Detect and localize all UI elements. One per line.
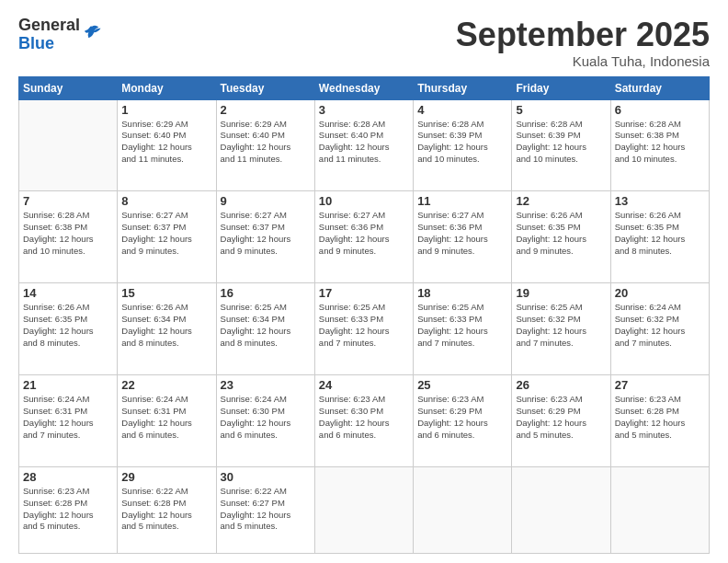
calendar-cell: 23Sunrise: 6:24 AM Sunset: 6:30 PM Dayli… bbox=[216, 375, 314, 467]
calendar-cell: 14Sunrise: 6:26 AM Sunset: 6:35 PM Dayli… bbox=[19, 283, 118, 375]
calendar-cell bbox=[512, 467, 610, 554]
calendar-cell: 18Sunrise: 6:25 AM Sunset: 6:33 PM Dayli… bbox=[414, 283, 512, 375]
day-number: 3 bbox=[319, 103, 409, 117]
day-number: 13 bbox=[615, 194, 705, 208]
day-info: Sunrise: 6:25 AM Sunset: 6:33 PM Dayligh… bbox=[319, 302, 409, 349]
day-number: 11 bbox=[417, 194, 507, 208]
calendar-cell: 29Sunrise: 6:22 AM Sunset: 6:28 PM Dayli… bbox=[118, 467, 216, 554]
calendar-cell: 17Sunrise: 6:25 AM Sunset: 6:33 PM Dayli… bbox=[314, 283, 413, 375]
day-number: 28 bbox=[23, 470, 113, 484]
day-number: 30 bbox=[221, 470, 311, 484]
day-number: 14 bbox=[23, 286, 113, 300]
calendar-cell: 28Sunrise: 6:23 AM Sunset: 6:28 PM Dayli… bbox=[19, 467, 118, 554]
day-info: Sunrise: 6:25 AM Sunset: 6:33 PM Dayligh… bbox=[417, 302, 507, 349]
day-number: 27 bbox=[615, 378, 705, 392]
calendar-cell: 22Sunrise: 6:24 AM Sunset: 6:31 PM Dayli… bbox=[118, 375, 216, 467]
calendar-cell: 24Sunrise: 6:23 AM Sunset: 6:30 PM Dayli… bbox=[314, 375, 413, 467]
day-info: Sunrise: 6:23 AM Sunset: 6:28 PM Dayligh… bbox=[615, 394, 705, 441]
day-info: Sunrise: 6:23 AM Sunset: 6:28 PM Dayligh… bbox=[23, 486, 113, 533]
calendar-table: SundayMondayTuesdayWednesdayThursdayFrid… bbox=[18, 76, 710, 554]
calendar-header-row: SundayMondayTuesdayWednesdayThursdayFrid… bbox=[19, 76, 710, 99]
day-number: 4 bbox=[417, 103, 507, 117]
day-info: Sunrise: 6:26 AM Sunset: 6:35 PM Dayligh… bbox=[615, 210, 705, 257]
logo-blue: Blue bbox=[18, 35, 80, 53]
day-info: Sunrise: 6:28 AM Sunset: 6:39 PM Dayligh… bbox=[417, 119, 507, 166]
calendar-cell: 15Sunrise: 6:26 AM Sunset: 6:34 PM Dayli… bbox=[118, 283, 216, 375]
day-number: 8 bbox=[121, 194, 211, 208]
day-number: 23 bbox=[221, 378, 311, 392]
day-number: 17 bbox=[319, 286, 409, 300]
calendar-cell bbox=[414, 467, 512, 554]
calendar-week-row: 7Sunrise: 6:28 AM Sunset: 6:38 PM Daylig… bbox=[19, 191, 710, 283]
day-number: 7 bbox=[23, 194, 113, 208]
day-info: Sunrise: 6:22 AM Sunset: 6:27 PM Dayligh… bbox=[221, 486, 311, 533]
logo-bird-icon bbox=[82, 23, 102, 43]
day-info: Sunrise: 6:25 AM Sunset: 6:32 PM Dayligh… bbox=[516, 302, 606, 349]
day-info: Sunrise: 6:28 AM Sunset: 6:40 PM Dayligh… bbox=[319, 119, 409, 166]
day-info: Sunrise: 6:24 AM Sunset: 6:31 PM Dayligh… bbox=[23, 394, 113, 441]
location: Kuala Tuha, Indonesia bbox=[456, 53, 710, 69]
day-info: Sunrise: 6:26 AM Sunset: 6:34 PM Dayligh… bbox=[121, 302, 211, 349]
day-info: Sunrise: 6:22 AM Sunset: 6:28 PM Dayligh… bbox=[121, 486, 211, 533]
calendar-cell: 4Sunrise: 6:28 AM Sunset: 6:39 PM Daylig… bbox=[414, 99, 512, 191]
calendar-cell: 30Sunrise: 6:22 AM Sunset: 6:27 PM Dayli… bbox=[216, 467, 314, 554]
day-info: Sunrise: 6:28 AM Sunset: 6:38 PM Dayligh… bbox=[615, 119, 705, 166]
calendar-cell: 12Sunrise: 6:26 AM Sunset: 6:35 PM Dayli… bbox=[512, 191, 610, 283]
day-info: Sunrise: 6:23 AM Sunset: 6:30 PM Dayligh… bbox=[319, 394, 409, 441]
calendar-header-wednesday: Wednesday bbox=[314, 76, 413, 99]
calendar-cell: 2Sunrise: 6:29 AM Sunset: 6:40 PM Daylig… bbox=[216, 99, 314, 191]
calendar-cell: 5Sunrise: 6:28 AM Sunset: 6:39 PM Daylig… bbox=[512, 99, 610, 191]
calendar-header-tuesday: Tuesday bbox=[216, 76, 314, 99]
calendar-cell: 1Sunrise: 6:29 AM Sunset: 6:40 PM Daylig… bbox=[118, 99, 216, 191]
day-info: Sunrise: 6:24 AM Sunset: 6:30 PM Dayligh… bbox=[221, 394, 311, 441]
month-title: September 2025 bbox=[456, 17, 710, 53]
header: General Blue September 2025 Kuala Tuha, … bbox=[18, 17, 710, 69]
day-info: Sunrise: 6:27 AM Sunset: 6:37 PM Dayligh… bbox=[221, 210, 311, 257]
day-info: Sunrise: 6:29 AM Sunset: 6:40 PM Dayligh… bbox=[221, 119, 311, 166]
day-number: 6 bbox=[615, 103, 705, 117]
day-number: 16 bbox=[221, 286, 311, 300]
day-number: 10 bbox=[319, 194, 409, 208]
calendar-cell: 27Sunrise: 6:23 AM Sunset: 6:28 PM Dayli… bbox=[610, 375, 709, 467]
day-info: Sunrise: 6:27 AM Sunset: 6:37 PM Dayligh… bbox=[121, 210, 211, 257]
calendar-cell: 8Sunrise: 6:27 AM Sunset: 6:37 PM Daylig… bbox=[118, 191, 216, 283]
day-number: 5 bbox=[516, 103, 606, 117]
calendar-cell: 26Sunrise: 6:23 AM Sunset: 6:29 PM Dayli… bbox=[512, 375, 610, 467]
day-info: Sunrise: 6:28 AM Sunset: 6:39 PM Dayligh… bbox=[516, 119, 606, 166]
calendar-header-sunday: Sunday bbox=[19, 76, 118, 99]
day-info: Sunrise: 6:24 AM Sunset: 6:31 PM Dayligh… bbox=[121, 394, 211, 441]
day-number: 22 bbox=[121, 378, 211, 392]
day-number: 25 bbox=[417, 378, 507, 392]
calendar-cell: 6Sunrise: 6:28 AM Sunset: 6:38 PM Daylig… bbox=[610, 99, 709, 191]
day-number: 9 bbox=[221, 194, 311, 208]
day-info: Sunrise: 6:27 AM Sunset: 6:36 PM Dayligh… bbox=[319, 210, 409, 257]
day-number: 18 bbox=[417, 286, 507, 300]
calendar-week-row: 28Sunrise: 6:23 AM Sunset: 6:28 PM Dayli… bbox=[19, 467, 710, 554]
calendar-week-row: 21Sunrise: 6:24 AM Sunset: 6:31 PM Dayli… bbox=[19, 375, 710, 467]
calendar-cell: 11Sunrise: 6:27 AM Sunset: 6:36 PM Dayli… bbox=[414, 191, 512, 283]
calendar-cell: 16Sunrise: 6:25 AM Sunset: 6:34 PM Dayli… bbox=[216, 283, 314, 375]
title-block: September 2025 Kuala Tuha, Indonesia bbox=[456, 17, 710, 69]
day-number: 20 bbox=[615, 286, 705, 300]
calendar-cell: 25Sunrise: 6:23 AM Sunset: 6:29 PM Dayli… bbox=[414, 375, 512, 467]
page: General Blue September 2025 Kuala Tuha, … bbox=[0, 0, 728, 563]
calendar-header-monday: Monday bbox=[118, 76, 216, 99]
calendar-cell: 20Sunrise: 6:24 AM Sunset: 6:32 PM Dayli… bbox=[610, 283, 709, 375]
calendar-cell: 19Sunrise: 6:25 AM Sunset: 6:32 PM Dayli… bbox=[512, 283, 610, 375]
logo: General Blue bbox=[18, 17, 102, 53]
day-number: 12 bbox=[516, 194, 606, 208]
day-info: Sunrise: 6:27 AM Sunset: 6:36 PM Dayligh… bbox=[417, 210, 507, 257]
calendar-header-thursday: Thursday bbox=[414, 76, 512, 99]
day-info: Sunrise: 6:23 AM Sunset: 6:29 PM Dayligh… bbox=[516, 394, 606, 441]
calendar-cell: 3Sunrise: 6:28 AM Sunset: 6:40 PM Daylig… bbox=[314, 99, 413, 191]
calendar-header-saturday: Saturday bbox=[610, 76, 709, 99]
calendar-cell: 10Sunrise: 6:27 AM Sunset: 6:36 PM Dayli… bbox=[314, 191, 413, 283]
calendar-week-row: 1Sunrise: 6:29 AM Sunset: 6:40 PM Daylig… bbox=[19, 99, 710, 191]
day-info: Sunrise: 6:23 AM Sunset: 6:29 PM Dayligh… bbox=[417, 394, 507, 441]
logo-general: General bbox=[18, 17, 80, 35]
day-number: 2 bbox=[221, 103, 311, 117]
day-number: 26 bbox=[516, 378, 606, 392]
day-number: 1 bbox=[121, 103, 211, 117]
day-info: Sunrise: 6:29 AM Sunset: 6:40 PM Dayligh… bbox=[121, 119, 211, 166]
calendar-cell bbox=[19, 99, 118, 191]
